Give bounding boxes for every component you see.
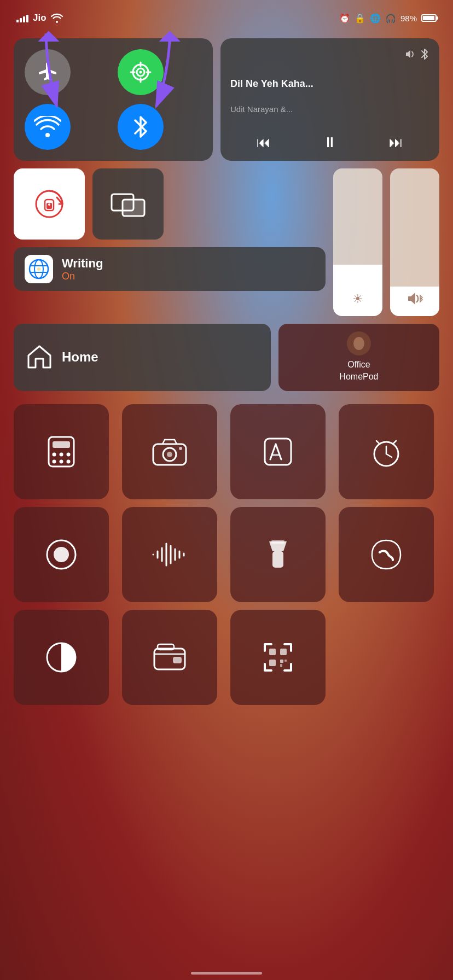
volume-icon <box>406 291 423 306</box>
app-grid-row1 <box>0 404 453 499</box>
airplane-button[interactable] <box>25 49 71 95</box>
cellular-icon <box>129 60 153 84</box>
svg-rect-55 <box>173 657 182 663</box>
music-next-button[interactable]: ⏭ <box>389 134 403 151</box>
svg-point-21 <box>37 267 40 271</box>
qr-scanner-icon <box>260 640 295 675</box>
brightness-fill <box>333 265 382 317</box>
homepod-label: OfficeHomePod <box>339 359 378 383</box>
app-grid-row3 <box>0 610 453 705</box>
svg-point-29 <box>60 459 63 463</box>
writing-text-wrap: Writing On <box>62 256 103 282</box>
qr-scanner-button[interactable] <box>230 610 326 705</box>
svg-point-33 <box>167 452 172 457</box>
calculator-icon <box>42 433 80 471</box>
battery-icon <box>421 14 437 22</box>
writing-icon-wrap <box>25 255 53 283</box>
app-grid-row2 <box>0 507 453 602</box>
status-right: ⏰ 🔒 🌐 🎧 98% <box>339 13 437 24</box>
control-center: Dil Ne Yeh Kaha... Udit Narayan &... ⏮ ⏸… <box>0 33 453 396</box>
dark-mode-button[interactable] <box>14 610 109 705</box>
music-title: Dil Ne Yeh Kaha... <box>230 78 429 90</box>
status-left: Jio <box>16 13 63 24</box>
wifi-icon <box>34 116 61 138</box>
flashlight-button[interactable] <box>230 507 326 602</box>
music-prev-button[interactable]: ⏮ <box>257 134 271 151</box>
svg-rect-60 <box>284 660 287 662</box>
orientation-lock-button[interactable] <box>14 168 85 240</box>
signal-bar-4 <box>26 15 28 22</box>
writing-tile[interactable]: Writing On <box>14 247 326 291</box>
svg-rect-51 <box>271 540 284 544</box>
signal-bar-3 <box>23 16 25 22</box>
home-button[interactable]: Home <box>14 324 271 391</box>
shazam-button[interactable] <box>339 507 434 602</box>
svg-point-30 <box>67 459 71 463</box>
music-artist: Udit Narayan &... <box>230 104 429 114</box>
music-controls: ⏮ ⏸ ⏭ <box>230 134 429 151</box>
markup-button[interactable] <box>230 404 326 499</box>
homepod-bubble <box>347 331 371 355</box>
signal-bars <box>16 14 28 22</box>
volume-slider[interactable] <box>390 168 439 316</box>
clock-button[interactable] <box>339 404 434 499</box>
home-indicator[interactable] <box>191 972 262 975</box>
network-tile <box>14 38 213 161</box>
bluetooth-button[interactable] <box>118 104 164 150</box>
music-tile[interactable]: Dil Ne Yeh Kaha... Udit Narayan &... ⏮ ⏸… <box>220 38 439 161</box>
svg-point-25 <box>53 452 56 456</box>
svg-rect-24 <box>53 441 70 448</box>
music-pause-button[interactable]: ⏸ <box>323 134 337 151</box>
bluetooth-icon <box>131 115 150 139</box>
wallet-button[interactable] <box>122 610 217 705</box>
svg-rect-59 <box>280 660 283 663</box>
airplane-icon <box>36 60 60 84</box>
svg-rect-61 <box>280 664 282 667</box>
second-section: Writing On ☀ <box>14 168 439 316</box>
brightness-slider[interactable]: ☀ <box>333 168 382 316</box>
svg-point-34 <box>179 447 182 450</box>
brightness-icon: ☀ <box>352 292 363 306</box>
alarm-icon: ⏰ <box>339 13 350 24</box>
utility-row <box>14 168 326 240</box>
signal-bar-2 <box>20 18 22 22</box>
flashlight-icon <box>267 536 289 573</box>
svg-rect-58 <box>269 660 276 666</box>
status-bar: Jio ⏰ 🔒 🌐 🎧 98% <box>0 0 453 33</box>
home-label: Home <box>62 349 98 365</box>
svg-rect-56 <box>269 649 276 655</box>
left-controls: Writing On <box>14 168 326 316</box>
svg-point-7 <box>45 133 50 137</box>
svg-rect-50 <box>272 551 283 568</box>
cellular-button[interactable] <box>118 49 164 95</box>
voice-memo-button[interactable] <box>122 507 217 602</box>
homepod-icon <box>352 336 366 351</box>
svg-rect-16 <box>123 200 144 216</box>
svg-point-28 <box>53 459 56 463</box>
screen-mirroring-button[interactable] <box>92 168 164 240</box>
battery-percent: 98% <box>400 14 417 23</box>
writing-label: Writing <box>62 256 103 271</box>
empty-slot <box>339 610 434 705</box>
calculator-button[interactable] <box>14 404 109 499</box>
svg-point-2 <box>140 71 142 74</box>
wifi-status-icon <box>51 13 63 23</box>
dark-mode-icon <box>44 640 79 675</box>
camera-icon <box>150 435 189 468</box>
music-bluetooth-icon <box>420 48 429 60</box>
screen-record-button[interactable] <box>14 507 109 602</box>
wifi-button[interactable] <box>25 104 71 150</box>
headphones-icon: 🎧 <box>385 13 396 24</box>
writing-status: On <box>62 271 103 282</box>
clock-icon <box>369 434 404 469</box>
homepod-button[interactable]: OfficeHomePod <box>278 324 439 391</box>
shazam-icon <box>368 536 405 573</box>
screen-mirroring-icon <box>111 191 146 217</box>
camera-button[interactable] <box>122 404 217 499</box>
svg-line-39 <box>386 454 392 457</box>
writing-globe-icon <box>28 258 50 280</box>
carrier-label: Jio <box>33 13 47 24</box>
lock-icon: 🔒 <box>355 13 365 24</box>
screen-record-icon <box>44 537 79 572</box>
top-row: Dil Ne Yeh Kaha... Udit Narayan &... ⏮ ⏸… <box>14 38 439 161</box>
